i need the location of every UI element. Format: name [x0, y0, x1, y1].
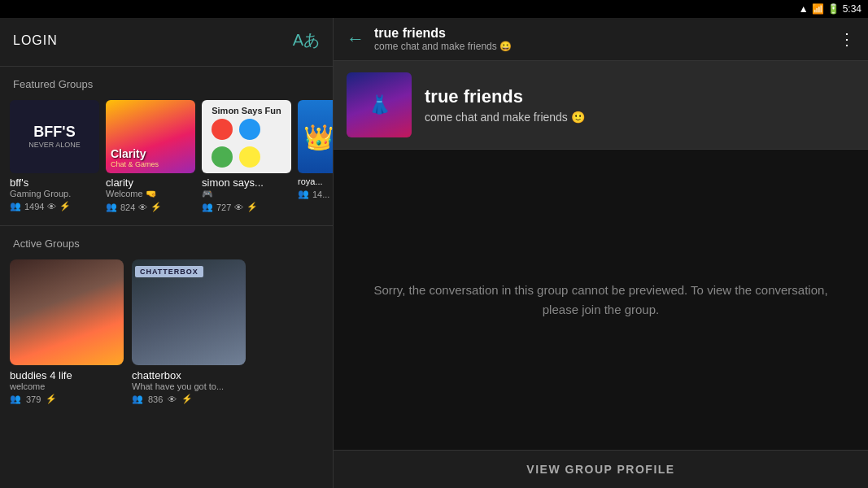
bffs-image: BFF'S NEVER ALONE [10, 100, 99, 173]
buddies-members: 379 [26, 394, 41, 404]
featured-card-clarity[interactable]: Clarity Chat & Games clarity Welcome 🤜 👥… [106, 100, 195, 212]
right-header-info: true friends come chat and make friends … [374, 26, 829, 52]
clarity-name: clarity [106, 176, 195, 189]
right-header-subtitle: come chat and make friends 😀 [374, 41, 829, 52]
people-icon-clarity: 👥 [106, 202, 117, 212]
bffs-desc: Gaming Group. [10, 189, 99, 198]
battery-icon: 🔋 [827, 3, 840, 15]
group-banner-title: true friends [425, 86, 585, 107]
back-button[interactable]: ← [347, 28, 364, 50]
group-banner: 👗 true friends come chat and make friend… [334, 61, 868, 150]
wifi-icon: ▲ [799, 3, 809, 15]
chatterbox-banner-text: CHATTERBOX [135, 266, 203, 277]
people-icon-royal: 👥 [298, 189, 309, 199]
bolt-icon-simon: ⚡ [246, 202, 258, 212]
chatterbox-stats: 👥 836 👁 ⚡ [132, 394, 246, 404]
featured-groups-list: BFF'S NEVER ALONE bff's Gaming Group. 👥 … [0, 95, 333, 222]
left-header: LOGIN Aあ [0, 18, 333, 63]
bolt-icon-clarity: ⚡ [150, 202, 162, 212]
circle-green [212, 146, 233, 168]
people-icon-simon: 👥 [202, 202, 213, 212]
active-groups-list: buddies 4 life welcome 👥 379 ⚡ CHATTERBO… [0, 255, 333, 414]
login-label: LOGIN [13, 33, 58, 48]
eye-icon-clarity: 👁 [138, 203, 147, 212]
bffs-stats: 👥 1494 👁 ⚡ [10, 201, 99, 211]
featured-groups-title: Featured Groups [0, 70, 333, 95]
active-card-buddies[interactable]: buddies 4 life welcome 👥 379 ⚡ [10, 259, 124, 404]
royal-members: 14... [312, 190, 329, 199]
bffs-sub-text: NEVER ALONE [28, 141, 81, 149]
status-bar: ▲ 📶 🔋 5:34 [0, 0, 868, 18]
simon-image: Simon Says Fun [202, 100, 291, 173]
clarity-image: Clarity Chat & Games [106, 100, 195, 173]
bottom-bar[interactable]: VIEW GROUP PROFILE [334, 450, 868, 488]
true-friends-image: 👗 [347, 72, 412, 137]
right-panel: ← true friends come chat and make friend… [334, 18, 868, 488]
bolt-icon-bffs: ⚡ [59, 201, 71, 211]
circle-red [212, 119, 233, 140]
simon-circles [212, 119, 260, 168]
buddies-image [10, 259, 124, 365]
simon-name: simon says... [202, 176, 291, 189]
buddies-stats: 👥 379 ⚡ [10, 394, 124, 404]
circle-yellow [239, 146, 260, 168]
royal-name: roya... [298, 176, 333, 186]
more-options-icon[interactable]: ⋮ [839, 29, 855, 49]
people-icon-buddies: 👥 [10, 394, 21, 404]
clarity-stats: 👥 824 👁 ⚡ [106, 202, 195, 212]
royal-crown: 👑 [303, 123, 334, 151]
left-panel: LOGIN Aあ Featured Groups BFF'S NEVER ALO… [0, 18, 334, 488]
bffs-name: bff's [10, 176, 99, 189]
simon-desc: 🎮 [202, 189, 291, 199]
chatterbox-desc: What have you got to... [132, 381, 246, 391]
chatterbox-active-bg: CHATTERBOX [132, 259, 246, 365]
chatterbox-members: 836 [148, 394, 163, 404]
bffs-main-text: BFF'S [28, 124, 81, 141]
right-header-title: true friends [374, 26, 829, 41]
view-profile-button[interactable]: VIEW GROUP PROFILE [526, 463, 674, 476]
group-banner-image: 👗 [347, 72, 412, 137]
circle-blue [239, 119, 260, 140]
eye-icon-bffs: 👁 [47, 202, 56, 211]
right-header: ← true friends come chat and make friend… [334, 18, 868, 61]
chatterbox-name: chatterbox [132, 369, 246, 381]
bffs-members: 1494 [24, 202, 44, 211]
featured-card-bffs[interactable]: BFF'S NEVER ALONE bff's Gaming Group. 👥 … [10, 100, 99, 212]
royal-patch: 👑 [298, 100, 333, 173]
featured-card-royal[interactable]: 👑 roya... 👥 14... [298, 100, 333, 212]
simon-stats: 👥 727 👁 ⚡ [202, 202, 291, 212]
eye-icon-chatterbox: 👁 [168, 394, 177, 404]
people-icon-chatterbox: 👥 [132, 394, 143, 404]
simon-patch: Simon Says Fun [202, 100, 291, 173]
active-card-chatterbox[interactable]: CHATTERBOX chatterbox What have you got … [132, 259, 246, 404]
active-groups-title: Active Groups [0, 229, 333, 255]
group-banner-desc: come chat and make friends 🙂 [425, 111, 585, 124]
divider-2 [0, 225, 333, 226]
chat-area: Sorry, the conversation in this group ca… [334, 150, 868, 450]
bolt-icon-chatterbox: ⚡ [181, 394, 193, 404]
translate-icon[interactable]: Aあ [293, 29, 320, 51]
simon-title-text: Simon Says Fun [212, 106, 281, 115]
status-icons: ▲ 📶 🔋 5:34 [799, 3, 861, 15]
chatterbox-image: CHATTERBOX [132, 259, 246, 365]
eye-icon-simon: 👁 [234, 203, 243, 212]
true-friends-emoji: 👗 [369, 94, 390, 115]
clarity-desc: Welcome 🤜 [106, 189, 195, 199]
clarity-patch: Clarity Chat & Games [106, 100, 195, 173]
clarity-label: Clarity [111, 147, 146, 160]
royal-stats: 👥 14... [298, 189, 333, 199]
signal-icon: 📶 [812, 3, 824, 15]
bffs-content: BFF'S NEVER ALONE [28, 124, 81, 149]
buddies-desc: welcome [10, 381, 124, 391]
people-icon-bffs: 👥 [10, 201, 21, 211]
featured-card-simon[interactable]: Simon Says Fun simon says... 🎮 👥 [202, 100, 291, 212]
simon-members: 727 [216, 203, 231, 212]
buddies-active-bg [10, 259, 124, 365]
royal-image: 👑 [298, 100, 333, 173]
simon-content: Simon Says Fun [208, 102, 285, 171]
divider-1 [0, 66, 333, 67]
main-layout: LOGIN Aあ Featured Groups BFF'S NEVER ALO… [0, 18, 868, 488]
clarity-members: 824 [120, 203, 135, 212]
clarity-sublabel: Chat & Games [111, 160, 159, 168]
preview-message: Sorry, the conversation in this group ca… [373, 281, 829, 320]
